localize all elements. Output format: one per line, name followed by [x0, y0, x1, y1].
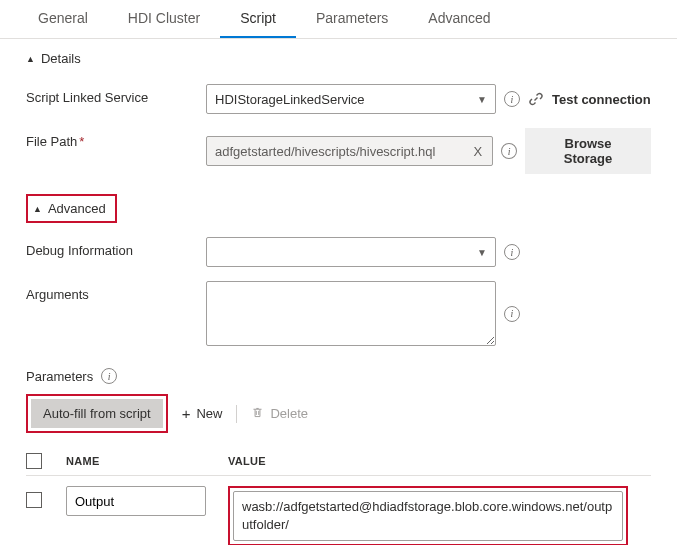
toolbar-divider	[236, 405, 237, 423]
debug-info-dropdown[interactable]: ▼	[206, 237, 496, 267]
parameter-name-input[interactable]	[66, 486, 206, 516]
plus-icon: +	[182, 405, 191, 422]
info-icon[interactable]: i	[501, 143, 517, 159]
details-label: Details	[41, 51, 81, 66]
script-linked-service-label: Script Linked Service	[26, 84, 196, 105]
caret-down-icon: ▲	[33, 204, 42, 214]
chevron-down-icon: ▼	[477, 247, 487, 258]
parameters-label: Parameters	[26, 369, 93, 384]
script-linked-service-dropdown[interactable]: HDIStorageLinkedService ▼	[206, 84, 496, 114]
advanced-label: Advanced	[48, 201, 106, 216]
table-row: wasb://adfgetstarted@hdiadfstorage.blob.…	[26, 476, 651, 545]
arguments-textarea[interactable]	[206, 281, 496, 346]
info-icon[interactable]: i	[504, 91, 520, 107]
column-name: NAME	[66, 455, 228, 467]
arguments-label: Arguments	[26, 281, 196, 302]
parameter-value-input[interactable]: wasb://adfgetstarted@hdiadfstorage.blob.…	[233, 491, 623, 541]
link-icon	[528, 91, 544, 107]
delete-parameter-button[interactable]: Delete	[251, 406, 308, 422]
tab-parameters[interactable]: Parameters	[296, 0, 408, 38]
tab-general[interactable]: General	[18, 0, 108, 38]
new-parameter-button[interactable]: + New	[182, 405, 223, 422]
autofill-highlight: Auto-fill from script	[26, 394, 168, 433]
script-linked-service-value: HDIStorageLinkedService	[215, 92, 365, 107]
clear-icon[interactable]: X	[472, 144, 485, 159]
trash-icon	[251, 406, 264, 422]
info-icon[interactable]: i	[504, 306, 520, 322]
details-expander[interactable]: ▲ Details	[26, 47, 651, 70]
info-icon[interactable]: i	[101, 368, 117, 384]
required-asterisk: *	[79, 134, 84, 149]
select-all-checkbox[interactable]	[26, 453, 42, 469]
tab-advanced[interactable]: Advanced	[408, 0, 510, 38]
tab-hdi-cluster[interactable]: HDI Cluster	[108, 0, 220, 38]
parameters-table-header: NAME VALUE	[26, 447, 651, 476]
tab-script[interactable]: Script	[220, 0, 296, 38]
test-connection-button[interactable]: Test connection	[552, 92, 651, 107]
caret-down-icon: ▲	[26, 54, 35, 64]
tabs-bar: General HDI Cluster Script Parameters Ad…	[0, 0, 677, 39]
advanced-highlight: ▲ Advanced	[26, 194, 117, 223]
file-path-label: File Path*	[26, 128, 196, 149]
debug-info-label: Debug Information	[26, 237, 196, 258]
column-value: VALUE	[228, 455, 651, 467]
browse-storage-button[interactable]: Browse Storage	[525, 128, 651, 174]
chevron-down-icon: ▼	[477, 94, 487, 105]
row-checkbox[interactable]	[26, 492, 42, 508]
autofill-button[interactable]: Auto-fill from script	[31, 399, 163, 428]
info-icon[interactable]: i	[504, 244, 520, 260]
advanced-expander[interactable]: ▲ Advanced	[31, 199, 112, 218]
value-highlight: wasb://adfgetstarted@hdiadfstorage.blob.…	[228, 486, 628, 545]
file-path-input[interactable]: adfgetstarted/hivescripts/hivescript.hql…	[206, 136, 493, 166]
file-path-value: adfgetstarted/hivescripts/hivescript.hql	[215, 144, 435, 159]
